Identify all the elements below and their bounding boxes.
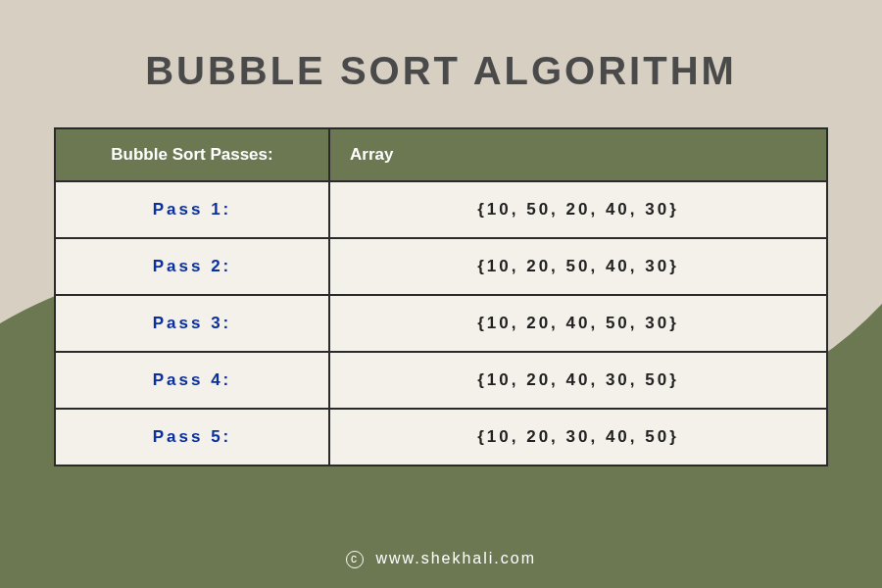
header-passes: Bubble Sort Passes:	[55, 128, 329, 181]
pass-label: Pass 4:	[55, 352, 329, 409]
table-header-row: Bubble Sort Passes: Array	[55, 128, 827, 181]
table-row: Pass 5: {10, 20, 30, 40, 50}	[55, 409, 827, 466]
footer-site: www.shekhali.com	[375, 550, 536, 566]
page-title: BUBBLE SORT ALGORITHM	[145, 49, 737, 93]
footer: c www.shekhali.com	[0, 550, 882, 568]
table-row: Pass 2: {10, 20, 50, 40, 30}	[55, 238, 827, 295]
header-array: Array	[329, 128, 827, 181]
table-row: Pass 3: {10, 20, 40, 50, 30}	[55, 295, 827, 352]
pass-label: Pass 3:	[55, 295, 329, 352]
array-value: {10, 20, 30, 40, 50}	[329, 409, 827, 466]
pass-label: Pass 1:	[55, 181, 329, 238]
table-row: Pass 1: {10, 50, 20, 40, 30}	[55, 181, 827, 238]
content-area: BUBBLE SORT ALGORITHM Bubble Sort Passes…	[0, 0, 882, 466]
array-value: {10, 20, 50, 40, 30}	[329, 238, 827, 295]
pass-label: Pass 2:	[55, 238, 329, 295]
table-row: Pass 4: {10, 20, 40, 30, 50}	[55, 352, 827, 409]
pass-label: Pass 5:	[55, 409, 329, 466]
array-value: {10, 50, 20, 40, 30}	[329, 181, 827, 238]
copyright-icon: c	[346, 551, 364, 568]
array-value: {10, 20, 40, 50, 30}	[329, 295, 827, 352]
array-value: {10, 20, 40, 30, 50}	[329, 352, 827, 409]
bubble-sort-table: Bubble Sort Passes: Array Pass 1: {10, 5…	[54, 127, 828, 466]
